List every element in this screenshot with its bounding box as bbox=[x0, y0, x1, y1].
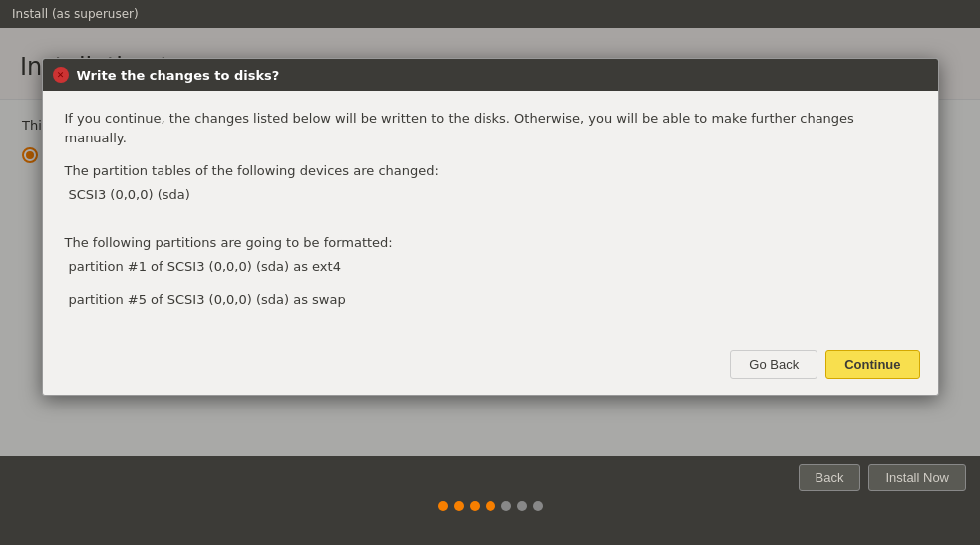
dialog-paragraph1: If you continue, the changes listed belo… bbox=[65, 109, 916, 147]
dialog-section1-item: SCSI3 (0,0,0) (sda) bbox=[65, 185, 916, 205]
dialog-titlebar: Write the changes to disks? bbox=[43, 59, 938, 91]
dialog: Write the changes to disks? If you conti… bbox=[42, 58, 939, 396]
dialog-buttons: Go Back Continue bbox=[43, 340, 938, 395]
dialog-overlay: Write the changes to disks? If you conti… bbox=[0, 28, 980, 456]
go-back-button[interactable]: Go Back bbox=[730, 350, 817, 379]
continue-button[interactable]: Continue bbox=[825, 350, 919, 379]
progress-dot-4 bbox=[501, 501, 511, 511]
dialog-section1-title: The partition tables of the following de… bbox=[65, 161, 916, 181]
progress-dot-2 bbox=[470, 501, 480, 511]
dialog-title: Write the changes to disks? bbox=[77, 68, 280, 83]
main-area: Installation type This computer currentl… bbox=[0, 28, 980, 456]
progress-dot-1 bbox=[454, 501, 464, 511]
progress-dots bbox=[0, 497, 980, 515]
dialog-close-button[interactable] bbox=[53, 67, 69, 83]
dialog-section2-item2: partition #5 of SCSI3 (0,0,0) (sda) as s… bbox=[65, 290, 916, 310]
titlebar-text: Install (as superuser) bbox=[12, 7, 139, 21]
progress-dot-5 bbox=[517, 501, 527, 511]
progress-dot-3 bbox=[486, 501, 495, 511]
back-button[interactable]: Back bbox=[799, 464, 861, 491]
progress-dot-0 bbox=[438, 501, 448, 511]
dialog-section2-item1: partition #1 of SCSI3 (0,0,0) (sda) as e… bbox=[65, 257, 916, 277]
progress-dot-6 bbox=[533, 501, 543, 511]
install-now-button[interactable]: Install Now bbox=[868, 464, 966, 491]
dialog-body: If you continue, the changes listed belo… bbox=[43, 91, 938, 340]
dialog-section2-title: The following partitions are going to be… bbox=[65, 233, 916, 253]
bottom-bar: Back Install Now bbox=[0, 456, 980, 516]
titlebar: Install (as superuser) bbox=[0, 0, 980, 28]
nav-buttons: Back Install Now bbox=[0, 456, 980, 497]
